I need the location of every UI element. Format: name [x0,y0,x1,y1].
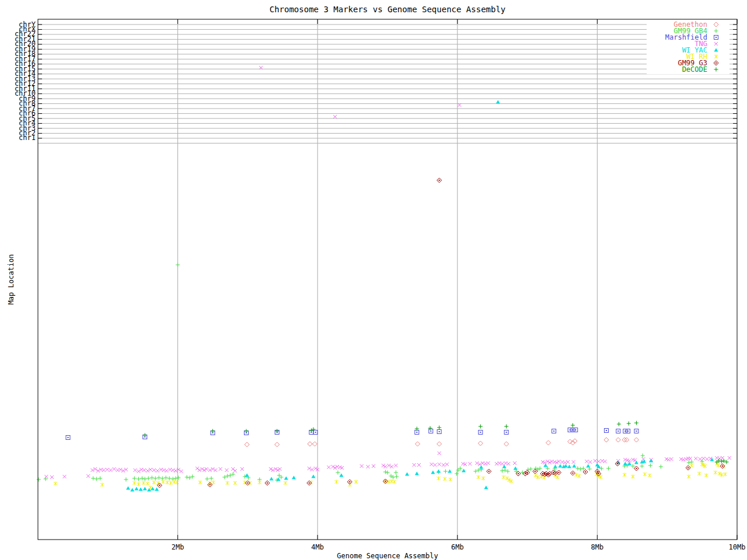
series-marshfield [66,428,638,440]
data-point [558,464,562,468]
data-point [173,480,176,484]
data-point [205,477,209,481]
data-point [149,486,152,490]
data-point [571,428,575,432]
data-point [279,475,283,480]
data-point [690,464,693,468]
data-point [449,478,452,482]
data-point [437,430,441,434]
data-point [265,481,270,485]
data-point [226,481,229,485]
data-point [496,100,500,104]
data-point [132,477,137,481]
x-tick-label: 6Mb [451,543,464,551]
data-point [102,468,106,472]
data-point [437,426,441,430]
data-point [313,430,317,435]
data-point [585,460,588,463]
data-point [438,452,441,455]
series-genethon [245,438,638,447]
data-point [728,456,731,460]
data-point [142,468,146,472]
data-point [484,486,488,489]
data-point [360,464,364,468]
data-point [277,474,281,478]
x-tick-label: 2Mb [172,543,184,551]
plot-area: GenethonGM99 GB4MarshfieldTNGWI YACWI RH… [0,0,747,560]
data-point [626,429,630,433]
data-point [134,487,138,491]
data-point [502,465,507,468]
data-point [86,474,90,478]
data-point [504,442,509,446]
data-point [444,470,448,474]
data-point [153,477,158,481]
data-point [354,480,358,484]
data-point [546,467,550,471]
x-tick-label: 8Mb [591,543,604,551]
data-point [516,471,521,476]
data-point [546,440,551,445]
data-point [567,465,571,468]
data-point [161,480,165,484]
data-point [437,442,442,446]
data-point [543,464,547,467]
data-point [687,475,690,479]
data-point [394,471,398,475]
data-point [502,475,505,480]
data-point [387,480,390,484]
data-point [634,429,638,433]
data-point [336,471,340,475]
data-point [686,466,690,470]
data-point [143,487,147,491]
data-point [534,474,537,478]
data-point [500,469,504,473]
data-point [335,480,338,484]
data-point [212,481,215,485]
data-point [174,477,178,481]
data-point [640,464,644,468]
data-point [312,475,316,478]
series-tng [44,66,731,479]
data-point [514,467,518,470]
data-point [701,457,705,460]
data-point [394,464,397,467]
data-point [164,476,168,480]
data-point [504,430,508,435]
series-gm99-gb4 [37,263,704,482]
legend-label: DeCODE [682,65,707,74]
data-point [63,475,67,478]
data-point [606,467,610,471]
data-point [176,476,180,480]
data-point [462,469,466,473]
data-point [98,477,102,481]
data-point [50,475,54,479]
data-point [156,469,159,473]
data-point [109,468,113,472]
data-point [327,466,330,469]
data-point [415,430,419,435]
data-point [139,488,143,491]
data-point [113,467,116,471]
data-point [690,460,694,464]
data-point [705,457,708,461]
x-tick-label: 10Mb [729,543,746,551]
chart-figure: Chromosome 3 Markers vs Genome Sequence … [0,0,747,560]
data-point [91,477,95,481]
data-point [211,429,215,433]
data-point [536,475,540,480]
data-point [578,467,582,471]
data-point [507,462,510,466]
data-point [233,469,237,473]
data-point [54,482,57,486]
data-point [258,481,261,485]
data-point [617,422,621,426]
data-point [634,438,638,442]
x-tick-label: 4Mb [311,543,324,551]
data-point [571,424,575,428]
data-point [553,465,557,468]
data-point [275,429,279,433]
data-point [641,454,645,458]
data-point [167,477,172,481]
data-point [219,467,222,471]
